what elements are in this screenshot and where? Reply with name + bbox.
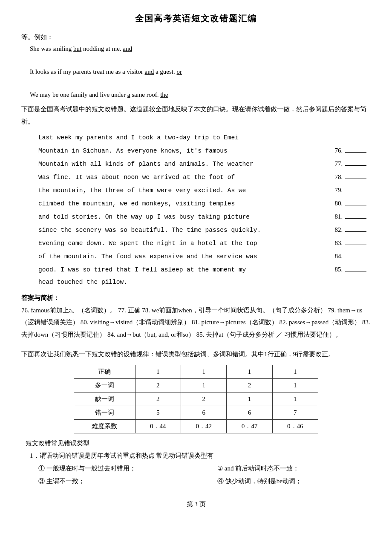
underline-and2: and — [145, 68, 154, 75]
table-cell-v3: 0．47 — [227, 419, 272, 433]
table-cell-v3: 2 — [227, 378, 272, 392]
passage-line-5: the mountain, the three of them were ver… — [38, 184, 371, 197]
table-cell-label: 多一词 — [74, 378, 135, 392]
passage-line-3: Mountain with all kinds of plants and an… — [38, 157, 371, 170]
page-footer: 第 3 页 — [21, 500, 371, 508]
passage-line-1: Last week my parents and I took a two-da… — [38, 132, 371, 144]
passage-block: Last week my parents and I took a two-da… — [38, 132, 371, 289]
error-types-title: 短文改错常见错误类型 — [26, 439, 371, 447]
table-cell-v4: 7 — [272, 406, 318, 419]
table-cell-label: 正确 — [74, 365, 135, 378]
passage-line-8: since the scenery was so beautiful. The … — [38, 223, 371, 237]
error-intro: 下面再次让我们熟悉一下短文改错的设错规律：错误类型包括缺词、多词和错词。其中1行… — [21, 348, 371, 361]
passage-line-4: Was fine. It was about noon we arrived a… — [38, 170, 371, 184]
underline-or: or — [177, 68, 182, 75]
table-row-nandu: 难度系数 0．44 0．42 0．47 0．46 — [74, 419, 318, 433]
underline-the: the — [160, 91, 168, 98]
item1-col2: ② and 前后动词时态不一致； ④ 缺少动词，特别是be动词； — [217, 462, 371, 488]
table-cell-v1: 5 — [135, 406, 181, 419]
table-cell-label: 难度系数 — [74, 419, 135, 433]
table-cell-v4: 1 — [272, 365, 318, 378]
table-row-cuoyici: 错一词 5 6 6 7 — [74, 406, 318, 419]
item1-sub1: ① 一般现在时与一般过去时错用； — [38, 462, 192, 475]
item1-label: 1．谓语动词的错误是历年考试的重点和热点 常见动词错误类型有 — [30, 449, 371, 462]
passage-line-7: and told stories. On the way up I was bu… — [38, 210, 371, 223]
table-cell-v3: 6 — [227, 406, 272, 419]
table-cell-v2: 1 — [181, 365, 226, 378]
table-cell-v1: 0．44 — [135, 419, 181, 433]
table-row-queyici: 缺一词 2 2 1 1 — [74, 392, 318, 406]
table-cell-v3: 1 — [227, 365, 272, 378]
table-cell-v1: 1 — [135, 365, 181, 378]
underline-a: a — [127, 91, 130, 98]
page-title: 全国高考英语短文改错题汇编 — [21, 13, 371, 24]
answer-section: 答案与简析： 76. famous前加上a。（名词数）。 77. 正确 78. … — [21, 292, 371, 340]
passage-line-11: good. I was so tired that I fell asleep … — [38, 263, 371, 276]
passage-line-2: Mountain in Sichuan. As everyone knows, … — [38, 144, 371, 157]
passage-line-9: Evening came down. We spent the night in… — [38, 237, 371, 250]
intro-line2: It looks as if my parents treat me as a … — [30, 66, 371, 78]
para1-text: 下面是全国高考试题中的短文改错题。这道题较全面地反映了本文的口诀。现在请你试着做… — [21, 103, 371, 127]
passage-line-12: head touched the pillow. — [38, 276, 371, 289]
intro-line0: 等。例如： — [21, 34, 53, 40]
table-cell-v2: 2 — [181, 392, 226, 406]
item1-sub3: ③ 主谓不一致； — [38, 475, 192, 488]
underline-and1: and — [123, 45, 132, 52]
intro-line3: We may be one family and live under a sa… — [30, 89, 371, 101]
title-divider — [21, 27, 371, 27]
underline-but: but — [73, 45, 81, 52]
table-cell-v4: 0．46 — [272, 419, 318, 433]
item1-col1: ① 一般现在时与一般过去时错用； ③ 主谓不一致； — [38, 462, 192, 488]
table-cell-v3: 1 — [227, 392, 272, 406]
table-cell-label: 缺一词 — [74, 392, 135, 406]
table-row-zhengque: 正确 1 1 1 1 — [74, 365, 318, 378]
table-cell-label: 错一词 — [74, 406, 135, 419]
table-row-duoyici: 多一词 2 1 2 1 — [74, 378, 318, 392]
intro-line1: She was smiling but nodding at me. and — [30, 43, 371, 55]
answer-title: 答案与简析： — [21, 294, 60, 301]
table-cell-v4: 1 — [272, 378, 318, 392]
table-cell-v4: 1 — [272, 392, 318, 406]
passage-line-6: climbed the mountain, we ed monkeys, vis… — [38, 197, 371, 210]
answer-text: 76. famous前加上a。（名词数）。 77. 正确 78. we前面加wh… — [21, 304, 371, 341]
item1-sub2: ② and 前后动词时态不一致； — [217, 462, 371, 475]
passage-line-10: of the mountain. The food was expensive … — [38, 250, 371, 263]
table-cell-v2: 6 — [181, 406, 226, 419]
table-cell-v2: 0．42 — [181, 419, 226, 433]
intro-block: 等。例如： She was smiling but nodding at me.… — [21, 32, 371, 101]
table-cell-v1: 2 — [135, 378, 181, 392]
table-cell-v2: 1 — [181, 378, 226, 392]
error-table: 正确 1 1 1 1 多一词 2 1 2 1 缺一词 2 2 1 1 错一词 5… — [74, 365, 318, 433]
table-cell-v1: 2 — [135, 392, 181, 406]
item1-sub4: ④ 缺少动词，特别是be动词； — [217, 475, 371, 488]
item1-subs: ① 一般现在时与一般过去时错用； ③ 主谓不一致； ② and 前后动词时态不一… — [38, 462, 371, 488]
